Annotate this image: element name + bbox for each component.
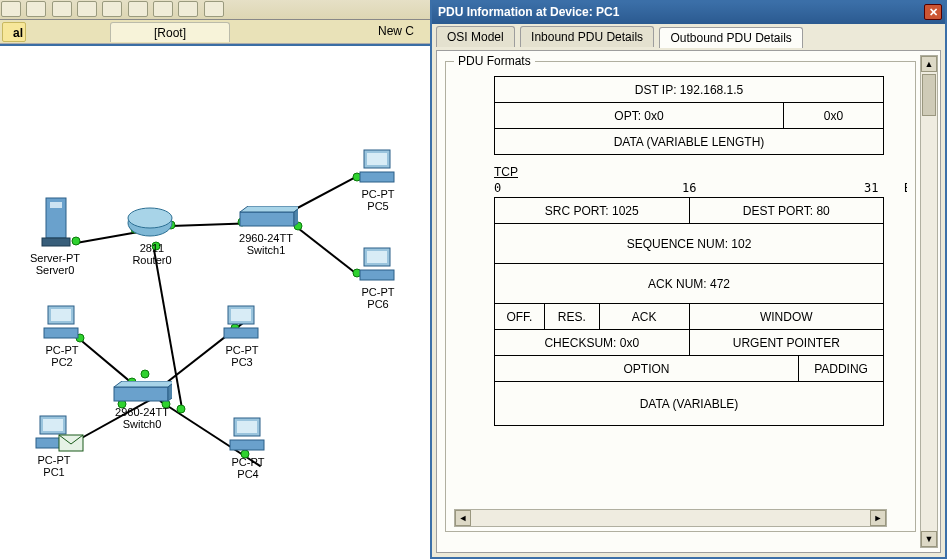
svg-rect-1 xyxy=(42,238,70,246)
scroll-thumb[interactable] xyxy=(922,74,936,116)
device-label: PC-PT PC3 xyxy=(220,344,264,368)
ip-data: DATA (VARIABLE LENGTH) xyxy=(495,129,884,155)
ip-header-table: DST IP: 192.168.1.5 OPT: 0x0 0x0 DATA (V… xyxy=(494,76,884,155)
device-label: PC-PT PC6 xyxy=(356,286,400,310)
tcp-flags: ACK xyxy=(599,304,689,330)
device-label: 2960-24TT Switch0 xyxy=(100,406,184,430)
tab-osi-model[interactable]: OSI Model xyxy=(436,26,515,47)
device-pc2[interactable] xyxy=(42,304,82,344)
tcp-option: OPTION xyxy=(495,356,799,382)
pdu-info-window: PDU Information at Device: PC1 ✕ OSI Mod… xyxy=(430,0,947,559)
scroll-left-icon[interactable]: ◄ xyxy=(455,510,471,526)
tcp-checksum: CHECKSUM: 0x0 xyxy=(495,330,690,356)
link xyxy=(290,174,360,212)
device-router0[interactable] xyxy=(126,206,174,240)
svg-rect-21 xyxy=(231,309,251,321)
device-switch0[interactable] xyxy=(112,381,172,407)
app-toolbar xyxy=(0,0,430,20)
ip-opt: OPT: 0x0 xyxy=(495,103,784,129)
device-label: 2811 Router0 xyxy=(126,242,178,266)
new-cluster-button[interactable]: New C xyxy=(378,24,414,38)
device-switch1[interactable] xyxy=(238,206,298,232)
logical-tab-fragment[interactable]: al xyxy=(2,22,26,42)
window-title: PDU Information at Device: PC1 xyxy=(438,5,619,19)
svg-rect-18 xyxy=(51,309,71,321)
svg-rect-5 xyxy=(240,212,294,226)
tcp-src-port: SRC PORT: 1025 xyxy=(495,198,690,224)
svg-rect-24 xyxy=(43,419,63,431)
toolbar-button[interactable] xyxy=(128,1,148,17)
tcp-urgent: URGENT POINTER xyxy=(689,330,883,356)
window-titlebar[interactable]: PDU Information at Device: PC1 ✕ xyxy=(432,2,945,24)
device-server0[interactable] xyxy=(38,196,76,250)
toolbar-button[interactable] xyxy=(26,1,46,17)
toolbar-button[interactable] xyxy=(204,1,224,17)
tcp-window: WINDOW xyxy=(689,304,883,330)
svg-rect-22 xyxy=(224,328,258,338)
svg-rect-13 xyxy=(360,172,394,182)
tcp-section-label: TCP xyxy=(494,165,907,179)
root-cluster-tab[interactable]: [Root] xyxy=(110,22,230,42)
svg-marker-6 xyxy=(240,206,298,212)
tcp-ack: ACK NUM: 472 xyxy=(495,264,884,304)
tab-body: PDU Formats DST IP: 192.168.1.5 OPT: 0x0… xyxy=(436,50,941,553)
tcp-data: DATA (VARIABLE) xyxy=(495,382,884,426)
pdu-tabs: OSI Model Inbound PDU Details Outbound P… xyxy=(432,24,945,48)
vertical-scrollbar[interactable]: ▲ ▼ xyxy=(920,55,938,548)
tcp-off: OFF. xyxy=(495,304,545,330)
svg-rect-19 xyxy=(44,328,78,338)
topology-canvas[interactable]: Server-PT Server0 2811 Router0 2960-24TT… xyxy=(0,44,430,559)
scroll-right-icon[interactable]: ► xyxy=(870,510,886,526)
ip-opt-pad: 0x0 xyxy=(784,103,884,129)
device-label: PC-PT PC4 xyxy=(226,456,270,480)
link xyxy=(171,222,243,227)
svg-marker-9 xyxy=(114,381,172,387)
tcp-header-table: SRC PORT: 1025 DEST PORT: 80 SEQUENCE NU… xyxy=(494,197,884,426)
device-label: PC-PT PC1 xyxy=(32,454,76,478)
toolbar-button[interactable] xyxy=(1,1,21,17)
tcp-seq: SEQUENCE NUM: 102 xyxy=(495,224,884,264)
toolbar-button[interactable] xyxy=(178,1,198,17)
bit-ruler: 0 16 31 Bits xyxy=(494,181,884,197)
device-label: 2960-24TT Switch1 xyxy=(224,232,308,256)
tcp-padding: PADDING xyxy=(799,356,884,382)
scroll-up-icon[interactable]: ▲ xyxy=(921,56,937,72)
svg-rect-8 xyxy=(114,387,168,401)
device-label: Server-PT Server0 xyxy=(20,252,90,276)
device-pc4[interactable] xyxy=(228,416,268,456)
pdu-formats-group: PDU Formats DST IP: 192.168.1.5 OPT: 0x0… xyxy=(445,61,916,532)
cluster-tab-row: al [Root] New C xyxy=(0,20,430,44)
device-label: PC-PT PC2 xyxy=(40,344,84,368)
group-legend: PDU Formats xyxy=(454,54,535,68)
horizontal-scrollbar[interactable]: ◄ ► xyxy=(454,509,887,527)
device-pc3[interactable] xyxy=(222,304,262,344)
scroll-down-icon[interactable]: ▼ xyxy=(921,531,937,547)
tab-inbound-pdu[interactable]: Inbound PDU Details xyxy=(520,26,654,47)
tab-outbound-pdu[interactable]: Outbound PDU Details xyxy=(659,27,802,48)
link-status-dot xyxy=(141,370,150,379)
svg-rect-2 xyxy=(50,202,62,208)
close-icon[interactable]: ✕ xyxy=(924,4,942,20)
scroll-track[interactable] xyxy=(921,74,937,529)
toolbar-button[interactable] xyxy=(153,1,173,17)
svg-rect-15 xyxy=(367,251,387,263)
svg-rect-16 xyxy=(360,270,394,280)
pdu-scroll-area[interactable]: DST IP: 192.168.1.5 OPT: 0x0 0x0 DATA (V… xyxy=(454,72,907,503)
device-pc6[interactable] xyxy=(358,246,398,286)
device-pc5[interactable] xyxy=(358,148,398,188)
tcp-res: RES. xyxy=(544,304,599,330)
svg-rect-28 xyxy=(237,421,257,433)
tcp-dst-port: DEST PORT: 80 xyxy=(689,198,883,224)
ip-dst-ip: DST IP: 192.168.1.5 xyxy=(495,77,884,103)
pdu-envelope-icon[interactable] xyxy=(58,434,84,452)
device-label: PC-PT PC5 xyxy=(356,188,400,212)
svg-rect-12 xyxy=(367,153,387,165)
svg-point-4 xyxy=(128,208,172,228)
toolbar-button[interactable] xyxy=(102,1,122,17)
toolbar-button[interactable] xyxy=(77,1,97,17)
toolbar-button[interactable] xyxy=(52,1,72,17)
svg-rect-29 xyxy=(230,440,264,450)
